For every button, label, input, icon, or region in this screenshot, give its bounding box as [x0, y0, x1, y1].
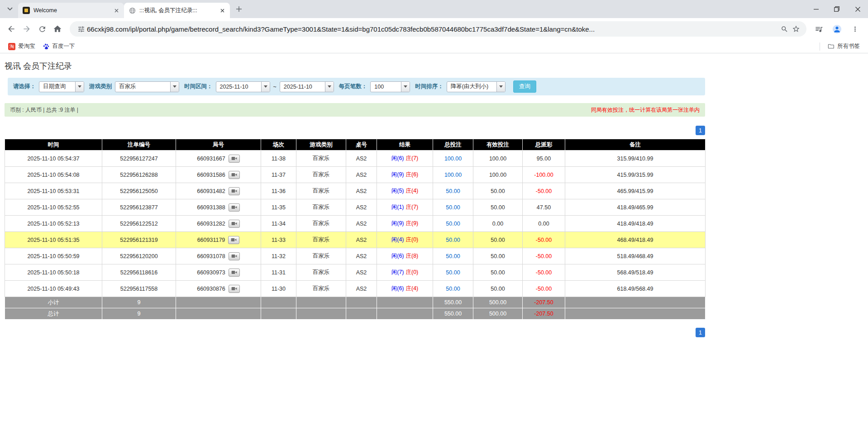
tab-close-icon[interactable] — [112, 6, 120, 14]
tab-welcome[interactable]: Welcome — [18, 3, 124, 18]
video-camera-icon — [231, 156, 237, 160]
cell-payout: 95.00 — [523, 151, 565, 167]
cell-total-bet[interactable]: 50.00 — [433, 232, 473, 248]
cell-time: 2025-11-10 05:51:35 — [5, 232, 102, 248]
new-tab-button[interactable] — [233, 3, 245, 15]
video-camera-icon — [231, 189, 237, 193]
summary-notice: 同局有效投注，统一计算在该局第一张注单内 — [591, 106, 700, 114]
cell-table-no: AS2 — [346, 183, 377, 199]
cell-table-no: AS2 — [346, 216, 377, 232]
video-replay-button[interactable] — [229, 252, 240, 260]
media-controls-icon[interactable] — [811, 21, 826, 37]
bookmark-baidu[interactable]: 百度一下 — [39, 41, 79, 52]
video-replay-button[interactable] — [229, 203, 240, 212]
tab-betrecord[interactable]: :::视讯, 会员下注纪录::: — [124, 3, 230, 18]
tab-close-icon[interactable] — [218, 6, 226, 14]
cell-result: 闲(4)庄(0) — [377, 232, 433, 248]
cell-total-bet[interactable]: 50.00 — [433, 264, 473, 281]
url-bar[interactable]: 66cxkj98.com/ipl/portal.php/game/betreco… — [70, 21, 806, 37]
cell-table-no: AS2 — [346, 151, 377, 167]
date-to-select[interactable]: 2025-11-10 — [280, 81, 334, 92]
video-replay-button[interactable] — [229, 155, 240, 163]
cell-valid-bet: 50.00 — [473, 248, 523, 264]
cell-result: 闲(9)庄(6) — [377, 167, 433, 183]
round-number: 660931282 — [197, 221, 225, 227]
cell-game-type: 百家乐 — [296, 167, 346, 183]
header-session: 场次 — [261, 139, 296, 151]
cell-total-bet[interactable]: 50.00 — [433, 183, 473, 199]
cell-game-type: 百家乐 — [296, 151, 346, 167]
game-type-select[interactable]: 百家乐 — [115, 81, 179, 92]
cell-round: 660931388 — [176, 199, 261, 216]
video-replay-button[interactable] — [229, 187, 240, 195]
cell-result: 闲(6)庄(7) — [377, 151, 433, 167]
chevron-down-icon — [170, 82, 179, 92]
result-player: 闲(4) — [391, 236, 404, 243]
cell-time: 2025-11-10 05:49:43 — [5, 281, 102, 297]
close-button[interactable] — [847, 0, 868, 18]
minimize-button[interactable] — [806, 0, 826, 18]
total-payout: -207.50 — [523, 308, 565, 320]
cell-game-type: 百家乐 — [296, 199, 346, 216]
zoom-icon[interactable] — [778, 23, 790, 35]
cell-note: 568.49/518.49 — [565, 264, 706, 281]
cell-round: 660931078 — [176, 248, 261, 264]
video-replay-button[interactable] — [228, 236, 239, 244]
cell-note: 465.99/415.99 — [565, 183, 706, 199]
pagination-page-1-button[interactable]: 1 — [696, 328, 705, 337]
cell-total-bet[interactable]: 50.00 — [433, 216, 473, 232]
video-camera-icon — [231, 270, 237, 274]
search-button[interactable]: 查询 — [513, 80, 536, 93]
result-player: 闲(6) — [391, 155, 404, 161]
cell-total-bet[interactable]: 50.00 — [433, 248, 473, 264]
cell-total-bet[interactable]: 100.00 — [433, 151, 473, 167]
cell-total-bet[interactable]: 100.00 — [433, 167, 473, 183]
video-replay-button[interactable] — [229, 285, 240, 293]
url-text[interactable]: 66cxkj98.com/ipl/portal.php/game/betreco… — [87, 25, 778, 33]
navigation-bar: 66cxkj98.com/ipl/portal.php/game/betreco… — [0, 18, 868, 40]
round-number: 660931179 — [197, 237, 225, 243]
video-replay-button[interactable] — [229, 269, 240, 277]
profile-avatar[interactable] — [829, 21, 844, 37]
total-label: 总计 — [5, 308, 102, 320]
bookmark-aitaobao[interactable]: 淘 爱淘宝 — [5, 41, 39, 52]
menu-icon[interactable] — [847, 21, 863, 37]
cell-note: 618.49/568.49 — [565, 281, 706, 297]
cell-total-bet[interactable]: 50.00 — [433, 281, 473, 297]
cell-game-type: 百家乐 — [296, 216, 346, 232]
tab-search-button[interactable] — [4, 3, 16, 15]
subtotal-label: 小计 — [5, 297, 102, 308]
cell-payout: -100.00 — [523, 167, 565, 183]
home-button[interactable] — [50, 21, 65, 37]
table-row: 2025-11-10 05:50:18 522956118616 6609309… — [5, 264, 706, 281]
video-replay-button[interactable] — [229, 220, 240, 228]
subtotal-total-bet: 550.00 — [433, 297, 473, 308]
subtotal-payout: -207.50 — [523, 297, 565, 308]
table-row: 2025-11-10 05:52:55 522956123877 6609313… — [5, 199, 706, 216]
back-button[interactable] — [4, 21, 19, 37]
cell-table-no: AS2 — [346, 281, 377, 297]
sort-select[interactable]: 降幂(由大到小) — [447, 81, 506, 92]
pagination-page-1-button[interactable]: 1 — [696, 126, 705, 135]
query-type-select[interactable]: 日期查询 — [39, 81, 84, 92]
page-size-select[interactable]: 100 — [370, 81, 410, 92]
cell-payout: -50.00 — [523, 281, 565, 297]
video-replay-button[interactable] — [229, 171, 240, 179]
cell-valid-bet: 0.00 — [473, 216, 523, 232]
cell-total-bet[interactable]: 50.00 — [433, 199, 473, 216]
all-bookmarks-button[interactable]: 所有书签 — [824, 41, 863, 52]
cell-payout: -50.00 — [523, 183, 565, 199]
reload-button[interactable] — [34, 21, 50, 37]
round-number: 660930973 — [197, 269, 225, 276]
cell-bet-id: 522956127247 — [102, 151, 176, 167]
cell-session: 11-37 — [261, 167, 296, 183]
bookmark-star-icon[interactable] — [790, 23, 802, 35]
maximize-button[interactable] — [826, 0, 847, 18]
date-from-select[interactable]: 2025-11-10 — [216, 81, 270, 92]
cell-round: 660931282 — [176, 216, 261, 232]
forward-button[interactable] — [19, 21, 34, 37]
subtotal-count: 9 — [102, 297, 176, 308]
site-info-icon[interactable] — [75, 23, 87, 35]
cell-bet-id: 522956122512 — [102, 216, 176, 232]
cell-table-no: AS2 — [346, 199, 377, 216]
